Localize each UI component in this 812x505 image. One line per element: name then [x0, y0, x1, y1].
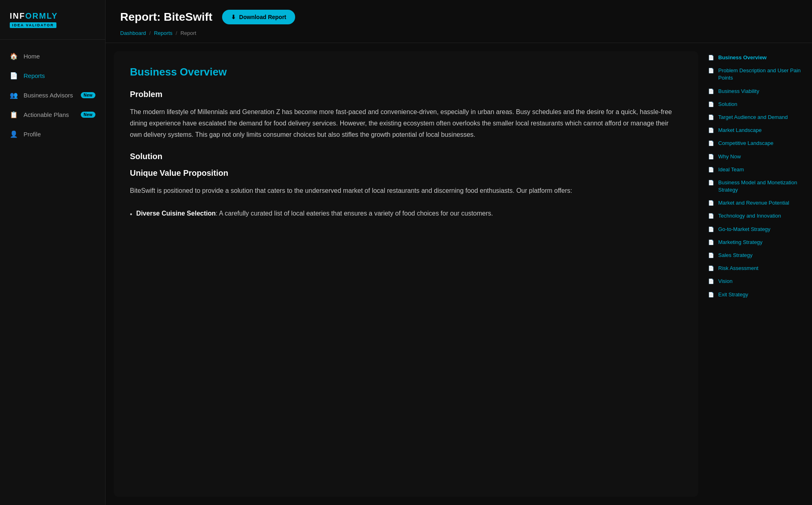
- toc-text-business-viability: Business Viability: [718, 88, 802, 95]
- toc-item-market-revenue[interactable]: 📄Market and Revenue Potential: [705, 196, 806, 209]
- sidebar-item-advisors[interactable]: 👥Business AdvisorsNew: [0, 85, 105, 105]
- toc-item-business-model[interactable]: 📄Business Model and Monetization Strateg…: [705, 176, 806, 196]
- breadcrumb-reports[interactable]: Reports: [154, 30, 173, 36]
- toc-icon-go-to-market: 📄: [708, 226, 714, 233]
- toc-text-business-overview: Business Overview: [718, 54, 802, 61]
- toc-icon-exit: 📄: [708, 291, 714, 298]
- toc-item-technology[interactable]: 📄Technology and Innovation: [705, 209, 806, 222]
- bullet-list: •Diverse Cuisine Selection: A carefully …: [130, 208, 682, 220]
- problem-heading: Problem: [130, 90, 682, 99]
- breadcrumb: Dashboard / Reports / Report: [120, 30, 797, 43]
- toc-item-risk[interactable]: 📄Risk Assessment: [705, 262, 806, 275]
- toc-item-why-now[interactable]: 📄Why Now: [705, 150, 806, 163]
- header-top: Report: BiteSwift ⬇ Download Report: [120, 10, 797, 24]
- toc-text-technology: Technology and Innovation: [718, 212, 802, 220]
- toc-icon-technology: 📄: [708, 213, 714, 220]
- breadcrumb-sep-1: /: [149, 30, 151, 36]
- uvp-heading: Unique Value Proposition: [130, 168, 682, 178]
- bullet-label-0: Diverse Cuisine Selection: [136, 210, 216, 217]
- nav-items: 🏠Home📄Reports👥Business AdvisorsNew📋Actio…: [0, 40, 105, 505]
- toc-icon-why-now: 📄: [708, 153, 714, 160]
- toc-item-ideal-team[interactable]: 📄Ideal Team: [705, 163, 806, 176]
- profile-icon: 👤: [10, 130, 18, 138]
- toc-icon-business-overview: 📄: [708, 54, 714, 61]
- toc-item-business-viability[interactable]: 📄Business Viability: [705, 85, 806, 98]
- download-button[interactable]: ⬇ Download Report: [222, 10, 295, 24]
- toc-icon-business-model: 📄: [708, 179, 714, 186]
- toc-icon-market-landscape: 📄: [708, 127, 714, 134]
- solution-heading: Solution: [130, 152, 682, 161]
- toc-icon-target-audience: 📄: [708, 114, 714, 121]
- toc-item-exit[interactable]: 📄Exit Strategy: [705, 288, 806, 301]
- toc-item-market-landscape[interactable]: 📄Market Landscape: [705, 124, 806, 137]
- toc-item-marketing[interactable]: 📄Marketing Strategy: [705, 236, 806, 249]
- logo-area: INFORMLY IDEA VALIDATOR: [0, 0, 105, 40]
- bullet-dot-0: •: [130, 209, 132, 220]
- bullet-text-0: Diverse Cuisine Selection: A carefully c…: [136, 208, 493, 220]
- home-label: Home: [24, 53, 95, 60]
- report-title: Report: BiteSwift: [120, 11, 212, 24]
- sidebar-item-plans[interactable]: 📋Actionable PlansNew: [0, 105, 105, 124]
- toc-text-go-to-market: Go-to-Market Strategy: [718, 226, 802, 233]
- sidebar: INFORMLY IDEA VALIDATOR 🏠Home📄Reports👥Bu…: [0, 0, 106, 505]
- toc-text-exit: Exit Strategy: [718, 291, 802, 298]
- header: Report: BiteSwift ⬇ Download Report Dash…: [106, 0, 812, 43]
- main-area: Report: BiteSwift ⬇ Download Report Dash…: [106, 0, 812, 505]
- toc-item-vision[interactable]: 📄Vision: [705, 275, 806, 288]
- toc-text-problem-description: Problem Description and User Pain Points: [718, 67, 802, 82]
- logo-brand: INFORMLY: [10, 11, 95, 21]
- toc-item-problem-description[interactable]: 📄Problem Description and User Pain Point…: [705, 64, 806, 84]
- plans-label: Actionable Plans: [24, 111, 75, 118]
- toc-icon-risk: 📄: [708, 265, 714, 272]
- toc-item-sales[interactable]: 📄Sales Strategy: [705, 249, 806, 262]
- advisors-icon: 👥: [10, 91, 18, 99]
- toc-text-marketing: Marketing Strategy: [718, 239, 802, 246]
- logo-ormly: ORMLY: [25, 11, 58, 20]
- sidebar-item-home[interactable]: 🏠Home: [0, 46, 105, 66]
- toc-text-competitive-landscape: Competitive Landscape: [718, 140, 802, 147]
- toc-icon-competitive-landscape: 📄: [708, 140, 714, 147]
- plans-badge: New: [81, 112, 95, 118]
- toc-text-solution: Solution: [718, 101, 802, 108]
- plans-icon: 📋: [10, 110, 18, 119]
- reports-icon: 📄: [10, 71, 18, 80]
- home-icon: 🏠: [10, 52, 18, 60]
- download-icon: ⬇: [231, 14, 236, 20]
- uvp-text: BiteSwift is positioned to provide a sol…: [130, 185, 682, 196]
- toc-item-business-overview[interactable]: 📄Business Overview: [705, 51, 806, 64]
- toc-item-go-to-market[interactable]: 📄Go-to-Market Strategy: [705, 223, 806, 236]
- toc-icon-marketing: 📄: [708, 239, 714, 246]
- breadcrumb-sep-2: /: [176, 30, 177, 36]
- profile-label: Profile: [24, 131, 95, 138]
- toc-text-business-model: Business Model and Monetization Strategy: [718, 179, 802, 194]
- sidebar-item-profile[interactable]: 👤Profile: [0, 124, 105, 144]
- problem-text: The modern lifestyle of Millennials and …: [130, 106, 682, 140]
- toc-text-vision: Vision: [718, 278, 802, 285]
- breadcrumb-current: Report: [180, 30, 196, 36]
- sidebar-item-reports[interactable]: 📄Reports: [0, 66, 105, 85]
- toc-item-solution[interactable]: 📄Solution: [705, 98, 806, 111]
- toc-icon-ideal-team: 📄: [708, 166, 714, 173]
- bullet-item-0: •Diverse Cuisine Selection: A carefully …: [130, 208, 682, 220]
- breadcrumb-dashboard[interactable]: Dashboard: [120, 30, 146, 36]
- toc-text-market-revenue: Market and Revenue Potential: [718, 199, 802, 207]
- toc-item-target-audience[interactable]: 📄Target Audience and Demand: [705, 111, 806, 124]
- advisors-badge: New: [81, 92, 95, 98]
- reports-label: Reports: [24, 72, 95, 79]
- logo-inf: INF: [10, 11, 25, 20]
- download-label: Download Report: [239, 14, 286, 20]
- toc-text-market-landscape: Market Landscape: [718, 127, 802, 134]
- toc-text-ideal-team: Ideal Team: [718, 166, 802, 173]
- toc-text-why-now: Why Now: [718, 153, 802, 160]
- toc-icon-market-revenue: 📄: [708, 200, 714, 207]
- toc-item-competitive-landscape[interactable]: 📄Competitive Landscape: [705, 137, 806, 150]
- bullet-rest-0: : A carefully curated list of local eate…: [216, 210, 493, 217]
- content-wrapper: Business Overview Problem The modern lif…: [106, 43, 812, 505]
- toc-icon-business-viability: 📄: [708, 88, 714, 95]
- main-content: Business Overview Problem The modern lif…: [114, 51, 698, 497]
- toc-icon-vision: 📄: [708, 278, 714, 285]
- toc-text-sales: Sales Strategy: [718, 252, 802, 259]
- toc-text-target-audience: Target Audience and Demand: [718, 114, 802, 121]
- toc-icon-sales: 📄: [708, 252, 714, 259]
- logo-subtitle: IDEA VALIDATOR: [10, 22, 56, 28]
